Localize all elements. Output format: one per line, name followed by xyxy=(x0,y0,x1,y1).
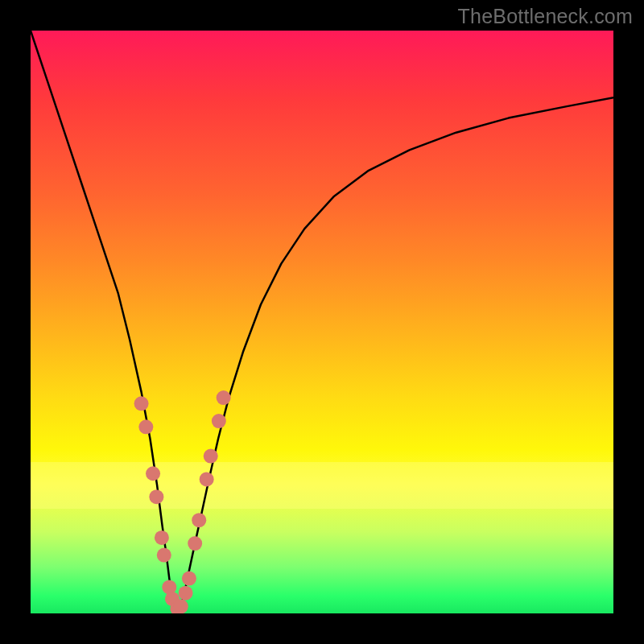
watermark-text: TheBottleneck.com xyxy=(458,5,633,28)
data-point xyxy=(192,513,206,527)
data-point xyxy=(188,536,202,551)
chart-svg xyxy=(31,31,613,613)
data-point xyxy=(138,419,153,434)
plot-area xyxy=(31,31,613,613)
data-point xyxy=(157,548,171,563)
data-point xyxy=(217,390,231,405)
data-point xyxy=(182,572,196,586)
data-point xyxy=(149,489,163,504)
data-point xyxy=(174,599,188,613)
data-point xyxy=(179,586,193,601)
data-point xyxy=(204,449,218,464)
data-point xyxy=(146,466,160,481)
data-point xyxy=(212,414,226,428)
curve-line xyxy=(31,31,613,610)
data-point xyxy=(134,396,149,411)
data-point xyxy=(155,530,169,545)
data-point xyxy=(200,472,214,486)
chart-frame: TheBottleneck.com xyxy=(0,0,644,644)
